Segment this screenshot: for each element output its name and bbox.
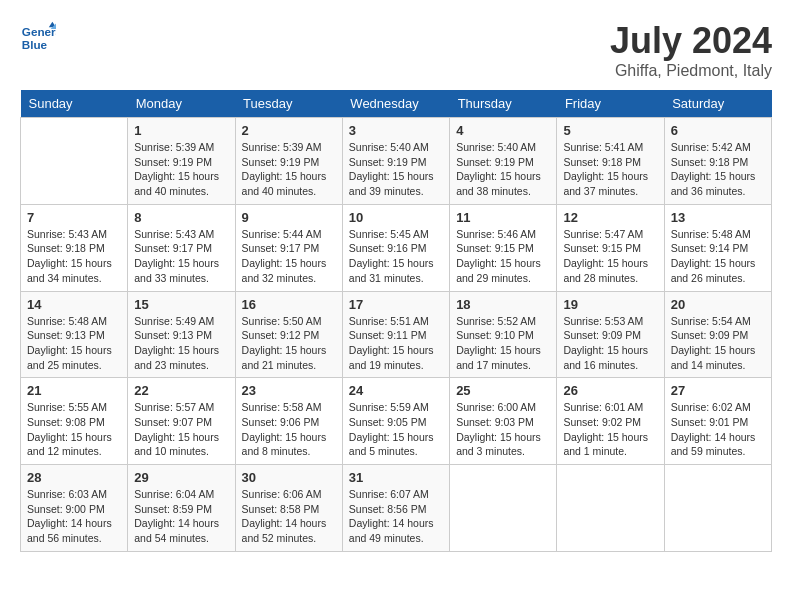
day-number: 18 <box>456 297 550 312</box>
calendar-cell <box>664 465 771 552</box>
day-info: Sunrise: 6:01 AM Sunset: 9:02 PM Dayligh… <box>563 400 657 459</box>
day-number: 27 <box>671 383 765 398</box>
calendar-cell: 22Sunrise: 5:57 AM Sunset: 9:07 PM Dayli… <box>128 378 235 465</box>
calendar-cell: 16Sunrise: 5:50 AM Sunset: 9:12 PM Dayli… <box>235 291 342 378</box>
calendar-cell: 28Sunrise: 6:03 AM Sunset: 9:00 PM Dayli… <box>21 465 128 552</box>
day-info: Sunrise: 6:06 AM Sunset: 8:58 PM Dayligh… <box>242 487 336 546</box>
day-info: Sunrise: 5:39 AM Sunset: 9:19 PM Dayligh… <box>134 140 228 199</box>
calendar-cell <box>557 465 664 552</box>
day-number: 28 <box>27 470 121 485</box>
day-info: Sunrise: 5:41 AM Sunset: 9:18 PM Dayligh… <box>563 140 657 199</box>
calendar-week-1: 1Sunrise: 5:39 AM Sunset: 9:19 PM Daylig… <box>21 118 772 205</box>
day-info: Sunrise: 5:57 AM Sunset: 9:07 PM Dayligh… <box>134 400 228 459</box>
day-number: 7 <box>27 210 121 225</box>
calendar-cell: 20Sunrise: 5:54 AM Sunset: 9:09 PM Dayli… <box>664 291 771 378</box>
day-number: 24 <box>349 383 443 398</box>
weekday-header-monday: Monday <box>128 90 235 118</box>
weekday-header-thursday: Thursday <box>450 90 557 118</box>
day-info: Sunrise: 5:50 AM Sunset: 9:12 PM Dayligh… <box>242 314 336 373</box>
calendar-cell: 12Sunrise: 5:47 AM Sunset: 9:15 PM Dayli… <box>557 204 664 291</box>
calendar-cell: 2Sunrise: 5:39 AM Sunset: 9:19 PM Daylig… <box>235 118 342 205</box>
day-number: 6 <box>671 123 765 138</box>
day-number: 12 <box>563 210 657 225</box>
calendar-cell <box>21 118 128 205</box>
calendar-cell: 15Sunrise: 5:49 AM Sunset: 9:13 PM Dayli… <box>128 291 235 378</box>
calendar-cell: 31Sunrise: 6:07 AM Sunset: 8:56 PM Dayli… <box>342 465 449 552</box>
day-number: 20 <box>671 297 765 312</box>
calendar-week-2: 7Sunrise: 5:43 AM Sunset: 9:18 PM Daylig… <box>21 204 772 291</box>
weekday-header-sunday: Sunday <box>21 90 128 118</box>
day-info: Sunrise: 6:02 AM Sunset: 9:01 PM Dayligh… <box>671 400 765 459</box>
calendar-cell: 6Sunrise: 5:42 AM Sunset: 9:18 PM Daylig… <box>664 118 771 205</box>
calendar-cell: 7Sunrise: 5:43 AM Sunset: 9:18 PM Daylig… <box>21 204 128 291</box>
day-number: 29 <box>134 470 228 485</box>
logo: General Blue General Blue <box>20 20 56 56</box>
day-info: Sunrise: 5:52 AM Sunset: 9:10 PM Dayligh… <box>456 314 550 373</box>
day-info: Sunrise: 5:44 AM Sunset: 9:17 PM Dayligh… <box>242 227 336 286</box>
day-number: 23 <box>242 383 336 398</box>
calendar-table: SundayMondayTuesdayWednesdayThursdayFrid… <box>20 90 772 552</box>
day-number: 30 <box>242 470 336 485</box>
calendar-cell: 11Sunrise: 5:46 AM Sunset: 9:15 PM Dayli… <box>450 204 557 291</box>
day-info: Sunrise: 5:59 AM Sunset: 9:05 PM Dayligh… <box>349 400 443 459</box>
calendar-cell: 13Sunrise: 5:48 AM Sunset: 9:14 PM Dayli… <box>664 204 771 291</box>
title-block: July 2024 Ghiffa, Piedmont, Italy <box>610 20 772 80</box>
day-number: 15 <box>134 297 228 312</box>
day-info: Sunrise: 5:49 AM Sunset: 9:13 PM Dayligh… <box>134 314 228 373</box>
day-number: 3 <box>349 123 443 138</box>
day-number: 11 <box>456 210 550 225</box>
day-number: 1 <box>134 123 228 138</box>
day-info: Sunrise: 5:47 AM Sunset: 9:15 PM Dayligh… <box>563 227 657 286</box>
weekday-header-tuesday: Tuesday <box>235 90 342 118</box>
day-number: 10 <box>349 210 443 225</box>
weekday-header-friday: Friday <box>557 90 664 118</box>
day-info: Sunrise: 5:46 AM Sunset: 9:15 PM Dayligh… <box>456 227 550 286</box>
day-info: Sunrise: 5:48 AM Sunset: 9:14 PM Dayligh… <box>671 227 765 286</box>
weekday-header-saturday: Saturday <box>664 90 771 118</box>
calendar-cell: 30Sunrise: 6:06 AM Sunset: 8:58 PM Dayli… <box>235 465 342 552</box>
weekday-header-wednesday: Wednesday <box>342 90 449 118</box>
month-year-title: July 2024 <box>610 20 772 62</box>
day-info: Sunrise: 5:43 AM Sunset: 9:17 PM Dayligh… <box>134 227 228 286</box>
day-info: Sunrise: 5:42 AM Sunset: 9:18 PM Dayligh… <box>671 140 765 199</box>
calendar-cell: 9Sunrise: 5:44 AM Sunset: 9:17 PM Daylig… <box>235 204 342 291</box>
logo-icon: General Blue <box>20 20 56 56</box>
calendar-cell <box>450 465 557 552</box>
calendar-cell: 19Sunrise: 5:53 AM Sunset: 9:09 PM Dayli… <box>557 291 664 378</box>
calendar-cell: 14Sunrise: 5:48 AM Sunset: 9:13 PM Dayli… <box>21 291 128 378</box>
day-info: Sunrise: 5:48 AM Sunset: 9:13 PM Dayligh… <box>27 314 121 373</box>
day-number: 4 <box>456 123 550 138</box>
calendar-cell: 26Sunrise: 6:01 AM Sunset: 9:02 PM Dayli… <box>557 378 664 465</box>
day-info: Sunrise: 6:04 AM Sunset: 8:59 PM Dayligh… <box>134 487 228 546</box>
day-number: 22 <box>134 383 228 398</box>
svg-text:Blue: Blue <box>22 38 48 51</box>
calendar-cell: 8Sunrise: 5:43 AM Sunset: 9:17 PM Daylig… <box>128 204 235 291</box>
day-info: Sunrise: 5:55 AM Sunset: 9:08 PM Dayligh… <box>27 400 121 459</box>
day-number: 17 <box>349 297 443 312</box>
calendar-cell: 4Sunrise: 5:40 AM Sunset: 9:19 PM Daylig… <box>450 118 557 205</box>
calendar-cell: 24Sunrise: 5:59 AM Sunset: 9:05 PM Dayli… <box>342 378 449 465</box>
calendar-cell: 1Sunrise: 5:39 AM Sunset: 9:19 PM Daylig… <box>128 118 235 205</box>
calendar-cell: 10Sunrise: 5:45 AM Sunset: 9:16 PM Dayli… <box>342 204 449 291</box>
calendar-cell: 27Sunrise: 6:02 AM Sunset: 9:01 PM Dayli… <box>664 378 771 465</box>
day-info: Sunrise: 6:03 AM Sunset: 9:00 PM Dayligh… <box>27 487 121 546</box>
day-info: Sunrise: 5:39 AM Sunset: 9:19 PM Dayligh… <box>242 140 336 199</box>
page-header: General Blue General Blue July 2024 Ghif… <box>20 20 772 80</box>
calendar-cell: 29Sunrise: 6:04 AM Sunset: 8:59 PM Dayli… <box>128 465 235 552</box>
day-info: Sunrise: 5:58 AM Sunset: 9:06 PM Dayligh… <box>242 400 336 459</box>
day-info: Sunrise: 5:40 AM Sunset: 9:19 PM Dayligh… <box>456 140 550 199</box>
day-number: 16 <box>242 297 336 312</box>
day-number: 26 <box>563 383 657 398</box>
calendar-cell: 25Sunrise: 6:00 AM Sunset: 9:03 PM Dayli… <box>450 378 557 465</box>
day-info: Sunrise: 5:40 AM Sunset: 9:19 PM Dayligh… <box>349 140 443 199</box>
calendar-cell: 21Sunrise: 5:55 AM Sunset: 9:08 PM Dayli… <box>21 378 128 465</box>
calendar-cell: 18Sunrise: 5:52 AM Sunset: 9:10 PM Dayli… <box>450 291 557 378</box>
day-number: 13 <box>671 210 765 225</box>
day-number: 8 <box>134 210 228 225</box>
calendar-cell: 17Sunrise: 5:51 AM Sunset: 9:11 PM Dayli… <box>342 291 449 378</box>
day-info: Sunrise: 6:07 AM Sunset: 8:56 PM Dayligh… <box>349 487 443 546</box>
day-number: 9 <box>242 210 336 225</box>
calendar-week-4: 21Sunrise: 5:55 AM Sunset: 9:08 PM Dayli… <box>21 378 772 465</box>
day-number: 31 <box>349 470 443 485</box>
calendar-cell: 23Sunrise: 5:58 AM Sunset: 9:06 PM Dayli… <box>235 378 342 465</box>
